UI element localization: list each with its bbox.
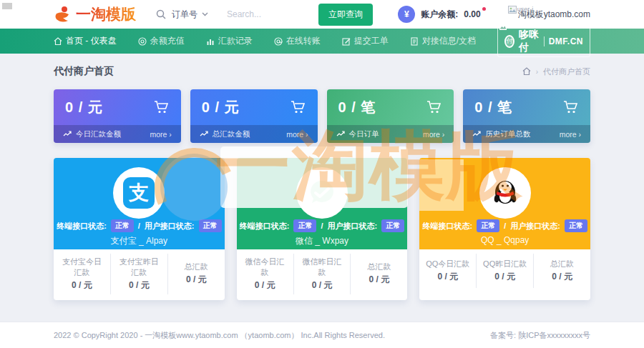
stat-value: 0 / 元 bbox=[202, 98, 240, 117]
channel-stat: 微信今日汇款 0 / 元 bbox=[237, 254, 293, 294]
user-menu[interactable]: user-i 淘模板ytaomb.com bbox=[508, 9, 590, 21]
nav-item-api-docs[interactable]: 对接信息/文档 bbox=[410, 35, 476, 47]
qq-logo-icon bbox=[479, 167, 531, 219]
search-category-dropdown[interactable]: 订单号 bbox=[172, 9, 208, 21]
at-icon bbox=[274, 37, 283, 46]
search-bar: 订单号 立即查询 bbox=[156, 4, 373, 26]
main-nav: 首页 - 仪表盘 余额充值 汇款记录 在线转账 提交工单 对接信息/文档 付 哆… bbox=[0, 29, 644, 54]
stat-label-wrap: 今日汇款金额 bbox=[63, 129, 121, 139]
search-category-value: 订单号 bbox=[172, 9, 197, 21]
trend-icon bbox=[63, 131, 72, 137]
stat-value: 0 / 笔 bbox=[474, 98, 512, 117]
nav-item-recharge[interactable]: 余额充值 bbox=[138, 35, 185, 47]
nav-item-online-transfer[interactable]: 在线转账 bbox=[274, 35, 321, 47]
status-badge: 正常 bbox=[565, 219, 587, 232]
page-title: 代付商户首页 bbox=[54, 65, 114, 78]
brand-logo-icon: 付 bbox=[504, 35, 514, 48]
channel-name: QQ _ Qqpay bbox=[419, 235, 590, 245]
more-link[interactable]: more › bbox=[560, 130, 581, 139]
trend-icon bbox=[472, 131, 481, 137]
dashboard-page: 一淘模版 订单号 立即查询 ¥ 账户余额: 0.00 bbox=[0, 0, 644, 348]
watermark-white-patch bbox=[419, 159, 464, 211]
channel-stats: 微信今日汇款 0 / 元 微信昨日汇款 0 / 元 总汇款 0 / 元 bbox=[237, 249, 408, 294]
header-right: ¥ 账户余额: 0.00 user-i 淘模板ytaomb.com bbox=[398, 6, 590, 23]
stat-card-history-orders[interactable]: 0 / 笔 历史订单总数 more › bbox=[463, 89, 590, 143]
brand-domain: DMF.CN bbox=[549, 36, 583, 46]
more-link[interactable]: more › bbox=[150, 130, 171, 139]
watermark-logo-icon bbox=[160, 154, 228, 221]
trend-icon bbox=[200, 131, 208, 137]
logo-text: 一淘模版 bbox=[76, 4, 136, 24]
channel-name: 支付宝 _ Alpay bbox=[54, 235, 225, 247]
search-submit-button[interactable]: 立即查询 bbox=[318, 4, 373, 26]
breadcrumb: › 代付商户首页 bbox=[522, 66, 590, 77]
stat-card-today-orders[interactable]: 0 / 笔 今日订单 more › bbox=[327, 89, 454, 143]
copyright-text: 2022 © CopyRight 2020 - 一淘模板www.ytaomb.c… bbox=[54, 330, 385, 341]
channel-stat: 总汇款 0 / 元 bbox=[533, 254, 590, 288]
breadcrumb-current: 代付商户首页 bbox=[543, 66, 590, 77]
search-input[interactable] bbox=[227, 9, 306, 19]
logo-person-icon bbox=[54, 5, 72, 24]
status-badge: 正常 bbox=[111, 219, 134, 232]
channel-stat: 支付宝昨日汇款 0 / 元 bbox=[110, 254, 167, 294]
status-line: 终端接口状态: 正常 / 用户接口状态: 正常 bbox=[237, 219, 408, 232]
balance-value: 0.00 bbox=[464, 9, 480, 19]
status-badge: 正常 bbox=[293, 219, 316, 232]
status-badge: 正常 bbox=[381, 219, 404, 232]
icp-text: 备案号: 陕ICP备xxxxxxxxx号 bbox=[490, 330, 590, 341]
chevron-down-icon bbox=[202, 12, 208, 16]
channel-stat: QQ今日汇款 0 / 元 bbox=[419, 254, 476, 288]
nav-item-submit-ticket[interactable]: 提交工单 bbox=[342, 35, 389, 47]
home-icon bbox=[54, 37, 62, 46]
edit-icon bbox=[342, 37, 351, 46]
cart-icon bbox=[563, 100, 579, 114]
stat-card-today-remit[interactable]: 0 / 元 今日汇款金额 more › bbox=[54, 89, 181, 143]
status-line: 终端接口状态: 正常 / 用户接口状态: 正常 bbox=[419, 219, 590, 232]
nav-item-remit-records[interactable]: 汇款记录 bbox=[206, 35, 253, 47]
breadcrumb-home-icon[interactable] bbox=[522, 67, 531, 76]
cart-icon bbox=[154, 100, 170, 114]
search-icon bbox=[156, 9, 166, 19]
breadcrumb-separator: › bbox=[536, 68, 538, 76]
broken-favicon-artifact bbox=[2, 3, 12, 9]
trend-icon bbox=[336, 131, 345, 137]
channel-name: 微信 _ Wxpay bbox=[237, 235, 408, 247]
status-badge: 正常 bbox=[477, 219, 499, 232]
nav-item-dashboard[interactable]: 首页 - 仪表盘 bbox=[54, 35, 117, 47]
yen-icon: ¥ bbox=[398, 6, 415, 23]
broken-image-icon bbox=[499, 24, 507, 30]
cart-icon bbox=[426, 100, 442, 114]
cart-icon bbox=[291, 100, 306, 114]
stat-card-row: 0 / 元 今日汇款金额 more › 0 / 元 bbox=[54, 89, 590, 143]
watermark-white-box bbox=[220, 146, 408, 208]
title-row: 代付商户首页 › 代付商户首页 bbox=[54, 54, 590, 89]
site-logo[interactable]: 一淘模版 bbox=[54, 4, 136, 24]
stat-card-total-remit[interactable]: 0 / 元 总汇款金额 more › bbox=[190, 89, 318, 143]
stat-value: 0 / 笔 bbox=[338, 98, 376, 117]
more-link[interactable]: more › bbox=[423, 130, 444, 139]
brand-badge[interactable]: 付 哆咪付 DMF.CN bbox=[497, 26, 590, 57]
channel-stats: 支付宝今日汇款 0 / 元 支付宝昨日汇款 0 / 元 总汇款 0 / 元 bbox=[54, 249, 225, 294]
bar-chart-icon bbox=[206, 37, 215, 46]
channel-stat: QQ昨日汇款 0 / 元 bbox=[476, 254, 533, 288]
channel-stat: 微信昨日汇款 0 / 元 bbox=[293, 254, 351, 294]
account-balance[interactable]: ¥ 账户余额: 0.00 bbox=[398, 6, 480, 23]
brand-name: 哆咪付 bbox=[519, 29, 540, 54]
broken-avatar-icon: user-i bbox=[508, 6, 534, 14]
document-icon bbox=[410, 37, 419, 46]
stat-label-wrap: 总汇款金额 bbox=[200, 129, 250, 139]
stat-label-wrap: 历史订单总数 bbox=[472, 129, 530, 139]
top-header: 一淘模版 订单号 立即查询 ¥ 账户余额: 0.00 bbox=[0, 0, 644, 29]
more-link[interactable]: more › bbox=[286, 130, 308, 139]
stat-label-wrap: 今日订单 bbox=[336, 129, 379, 139]
channel-stat: 总汇款 0 / 元 bbox=[167, 254, 225, 294]
balance-label: 账户余额: bbox=[421, 9, 458, 21]
brand-divider bbox=[544, 36, 545, 46]
page-footer: 2022 © CopyRight 2020 - 一淘模板www.ytaomb.c… bbox=[0, 322, 644, 348]
coin-icon bbox=[138, 37, 147, 46]
channel-stat: 支付宝今日汇款 0 / 元 bbox=[54, 254, 110, 294]
stat-value: 0 / 元 bbox=[65, 98, 103, 117]
channel-stat: 总汇款 0 / 元 bbox=[350, 254, 407, 294]
channel-stats: QQ今日汇款 0 / 元 QQ昨日汇款 0 / 元 总汇款 0 / 元 bbox=[419, 249, 590, 288]
